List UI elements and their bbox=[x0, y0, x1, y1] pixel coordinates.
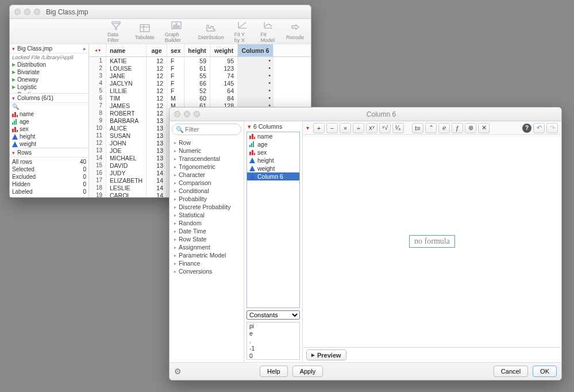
cell-name[interactable]: BARBARA bbox=[106, 117, 147, 124]
column-header-age[interactable]: age bbox=[147, 44, 167, 56]
cell-sex[interactable]: F bbox=[167, 72, 184, 79]
function-group[interactable]: ▸Finance bbox=[169, 259, 244, 267]
cell-age[interactable]: 13 bbox=[147, 117, 167, 124]
formula-canvas[interactable]: no formula bbox=[303, 135, 561, 347]
tabulate-button[interactable]: Tabulate bbox=[135, 23, 155, 40]
gear-icon[interactable]: ⚙ bbox=[174, 367, 182, 376]
cell-name[interactable]: SUSAN bbox=[106, 132, 147, 139]
row-index[interactable]: 15 bbox=[89, 162, 106, 169]
graph-builder-button[interactable]: Graph Builder bbox=[165, 20, 188, 43]
row-index[interactable]: 5 bbox=[89, 87, 106, 94]
cell-weight[interactable]: 84 bbox=[210, 94, 238, 102]
cell-name[interactable]: CAROL bbox=[106, 191, 147, 197]
cell-age[interactable]: 12 bbox=[147, 109, 167, 117]
constants-dropdown[interactable]: Constants bbox=[246, 310, 300, 320]
script-item[interactable]: ▶Oneway bbox=[10, 76, 88, 83]
column-item-height[interactable]: height bbox=[10, 133, 88, 140]
row-index[interactable]: 10 bbox=[89, 124, 106, 132]
cell-weight[interactable]: 123 bbox=[210, 64, 238, 72]
row-index[interactable]: 8 bbox=[89, 109, 106, 117]
cell-name[interactable]: JUDY bbox=[106, 169, 147, 176]
function-group[interactable]: ▸Row bbox=[169, 139, 244, 147]
rows-panel-header[interactable]: ▾ Rows bbox=[10, 148, 88, 157]
cell-column6[interactable]: • bbox=[238, 87, 273, 94]
rows-stat[interactable]: All rows40 bbox=[12, 159, 86, 166]
cell-age[interactable]: 12 bbox=[147, 79, 167, 87]
cell-name[interactable]: JANE bbox=[106, 72, 147, 79]
formula-column-item[interactable]: name bbox=[247, 132, 299, 140]
op-plus-button[interactable]: + bbox=[313, 123, 325, 133]
columns-panel-header[interactable]: ▾ 6 Columns bbox=[244, 121, 302, 132]
table-row[interactable]: 1KATIE12F5995• bbox=[89, 57, 311, 64]
recode-button[interactable]: Recode bbox=[286, 23, 304, 40]
fit-y-by-x-button[interactable]: Fit Y by X bbox=[234, 20, 251, 43]
function-group[interactable]: ▸Date Time bbox=[169, 227, 244, 235]
function-group[interactable]: ▸Numeric bbox=[169, 147, 244, 155]
cell-height[interactable]: 59 bbox=[184, 57, 210, 64]
cell-age[interactable]: 14 bbox=[147, 176, 167, 184]
column-header-weight[interactable]: weight bbox=[210, 44, 238, 56]
cancel-button[interactable]: Cancel bbox=[494, 366, 528, 377]
cell-weight[interactable]: 64 bbox=[210, 87, 238, 94]
constants-list[interactable]: pie.-10 bbox=[246, 322, 300, 360]
no-formula-placeholder[interactable]: no formula bbox=[409, 235, 455, 248]
minimize-icon[interactable] bbox=[24, 9, 30, 15]
redo-button[interactable]: ↷ bbox=[546, 123, 558, 133]
cell-age[interactable]: 13 bbox=[147, 124, 167, 132]
cell-name[interactable]: ROBERT bbox=[106, 109, 147, 117]
row-index[interactable]: 1 bbox=[89, 57, 106, 64]
data-filter-button[interactable]: Data Filter bbox=[107, 20, 125, 43]
cell-sex[interactable]: M bbox=[167, 94, 184, 102]
row-index[interactable]: 4 bbox=[89, 79, 106, 87]
cell-name[interactable]: JOE bbox=[106, 147, 147, 154]
cell-name[interactable]: TIM bbox=[106, 94, 147, 102]
cell-name[interactable]: LESLIE bbox=[106, 184, 147, 191]
cell-age[interactable]: 13 bbox=[147, 162, 167, 169]
cell-column6[interactable]: • bbox=[238, 57, 273, 64]
disclosure-icon[interactable]: ▾ bbox=[248, 123, 251, 130]
script-item[interactable]: ▶Distribution bbox=[10, 61, 88, 68]
cell-height[interactable]: 52 bbox=[184, 87, 210, 94]
chevron-right-icon[interactable]: ▸ bbox=[83, 45, 86, 52]
op-power-button[interactable]: xʸ bbox=[366, 123, 377, 133]
ok-button[interactable]: OK bbox=[533, 366, 557, 377]
disclosure-icon[interactable]: ▾ bbox=[12, 95, 15, 101]
function-group[interactable]: ▸Random bbox=[169, 219, 244, 227]
cell-weight[interactable]: 145 bbox=[210, 79, 238, 87]
row-index[interactable]: 17 bbox=[89, 176, 106, 184]
disclosure-icon[interactable]: ▾ bbox=[12, 150, 15, 156]
table-row[interactable]: 6TIM12M6084• bbox=[89, 94, 311, 102]
op-divide-button[interactable]: ÷ bbox=[353, 123, 364, 133]
function-group[interactable]: ▸Character bbox=[169, 171, 244, 179]
row-index[interactable]: 18 bbox=[89, 184, 106, 191]
cell-column6[interactable]: • bbox=[238, 64, 273, 72]
close-icon[interactable] bbox=[14, 9, 21, 15]
table-panel-header[interactable]: ▾ Big Class.jmp ▸ bbox=[10, 44, 88, 53]
script-item[interactable]: ▶Logistic bbox=[10, 83, 88, 91]
cell-column6[interactable]: • bbox=[238, 79, 273, 87]
cell-weight[interactable]: 74 bbox=[210, 72, 238, 79]
cell-age[interactable]: 13 bbox=[147, 154, 167, 162]
table-row[interactable]: 2LOUISE12F61123• bbox=[89, 64, 311, 72]
rows-stat[interactable]: Selected0 bbox=[12, 166, 86, 174]
column-item-name[interactable]: name bbox=[10, 110, 88, 118]
cell-sex[interactable]: F bbox=[167, 57, 184, 64]
row-index[interactable]: 9 bbox=[89, 117, 106, 124]
cell-age[interactable]: 12 bbox=[147, 102, 167, 109]
help-icon[interactable]: ? bbox=[522, 124, 531, 133]
column-item-sex[interactable]: sex bbox=[10, 125, 88, 133]
column-header-height[interactable]: height bbox=[184, 44, 210, 56]
constant-item[interactable]: pi bbox=[247, 322, 299, 330]
cell-age[interactable]: 14 bbox=[147, 169, 167, 176]
cell-age[interactable]: 14 bbox=[147, 191, 167, 197]
cell-sex[interactable]: F bbox=[167, 87, 184, 94]
main-titlebar[interactable]: Big Class.jmp bbox=[10, 5, 311, 19]
cell-name[interactable]: MICHAEL bbox=[106, 154, 147, 162]
cell-age[interactable]: 13 bbox=[147, 139, 167, 147]
op-root-button[interactable]: ʸ√ bbox=[379, 123, 391, 133]
row-index[interactable]: 3 bbox=[89, 72, 106, 79]
formula-titlebar[interactable]: Column 6 bbox=[169, 107, 561, 121]
script-item[interactable]: ▶Bivariate bbox=[10, 68, 88, 76]
disclosure-icon[interactable]: ▾ bbox=[12, 46, 15, 52]
function-group[interactable]: ▸Row State bbox=[169, 235, 244, 243]
